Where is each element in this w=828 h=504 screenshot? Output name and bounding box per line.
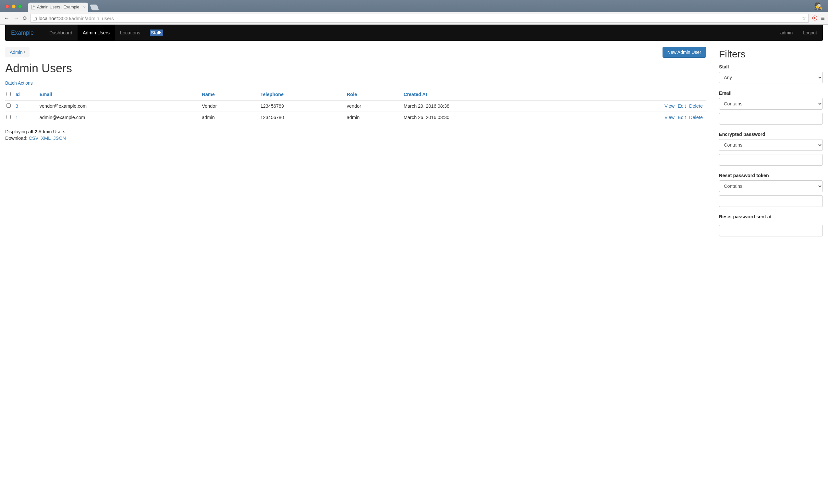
- nav-admin-users[interactable]: Admin Users: [78, 25, 115, 41]
- download-csv[interactable]: CSV: [29, 135, 39, 141]
- file-icon: [33, 16, 37, 20]
- col-role[interactable]: Role: [347, 89, 404, 100]
- browser-toolbar: ← → ⟳ localhost:3000/admin/admin_users ☆…: [0, 12, 828, 25]
- address-bar[interactable]: localhost:3000/admin/admin_users ☆: [31, 14, 809, 23]
- download-xml[interactable]: XML: [41, 135, 51, 141]
- row-edit[interactable]: Edit: [678, 103, 686, 109]
- window-close-icon[interactable]: [5, 5, 9, 8]
- filter-group: StallAny: [719, 64, 823, 83]
- col-checkbox: [5, 89, 15, 100]
- row-delete[interactable]: Delete: [689, 103, 703, 109]
- filter-select[interactable]: Contains: [719, 180, 823, 192]
- window-zoom-icon[interactable]: [18, 5, 22, 8]
- nav-logout[interactable]: Logout: [797, 30, 823, 35]
- filters-title: Filters: [719, 49, 823, 60]
- nav-locations[interactable]: Locations: [115, 25, 146, 41]
- row-name: admin: [202, 112, 260, 123]
- filter-label: Encrypted password: [719, 132, 823, 137]
- row-role: admin: [347, 112, 404, 123]
- nav-stalls-wrap[interactable]: Stalls: [146, 25, 168, 41]
- row-telephone: 123456789: [260, 100, 347, 112]
- brand-link[interactable]: Example: [5, 30, 44, 36]
- col-id[interactable]: Id: [15, 89, 40, 100]
- row-id-link[interactable]: 3: [15, 103, 18, 109]
- app-navbar: Example Dashboard Admin Users Locations …: [5, 25, 823, 41]
- filter-select[interactable]: Contains: [719, 139, 823, 151]
- filter-group: Encrypted passwordContains: [719, 132, 823, 166]
- reload-button[interactable]: ⟳: [23, 15, 27, 22]
- nav-dashboard[interactable]: Dashboard: [44, 25, 78, 41]
- col-actions: [562, 89, 706, 100]
- incognito-icon: 🕵: [814, 2, 823, 10]
- row-telephone: 123456780: [260, 112, 347, 123]
- window-minimize-icon[interactable]: [12, 5, 15, 8]
- select-all-checkbox[interactable]: [6, 92, 11, 96]
- admin-users-table: Id Email Name Telephone Role Created At …: [5, 89, 706, 123]
- row-edit[interactable]: Edit: [678, 115, 686, 120]
- row-checkbox[interactable]: [6, 103, 11, 108]
- row-created-at: March 26, 2016 03:30: [404, 112, 562, 123]
- breadcrumb: Admin /: [5, 47, 30, 57]
- row-created-at: March 29, 2016 08:38: [404, 100, 562, 112]
- filter-label: Reset password token: [719, 173, 823, 178]
- table-row: 1admin@example.comadmin123456780adminMar…: [5, 112, 706, 123]
- row-delete[interactable]: Delete: [689, 115, 703, 120]
- window-traffic-lights: [3, 2, 24, 12]
- filter-select[interactable]: Contains: [719, 98, 823, 110]
- back-button[interactable]: ←: [3, 15, 10, 22]
- table-row: 3vendor@example.comVendor123456789vendor…: [5, 100, 706, 112]
- results-summary: Displaying all 2 Admin Users: [5, 129, 706, 134]
- browser-titlebar: Admin Users | Example × 🕵: [0, 0, 828, 12]
- col-created[interactable]: Created At: [404, 89, 562, 100]
- nav-current-user[interactable]: admin: [776, 30, 797, 35]
- forward-button[interactable]: →: [13, 15, 19, 22]
- breadcrumb-admin[interactable]: Admin: [10, 50, 23, 55]
- bookmark-icon[interactable]: ☆: [801, 15, 806, 22]
- browser-tab-title: Admin Users | Example: [37, 5, 79, 9]
- filter-group: Reset password tokenContains: [719, 173, 823, 207]
- row-email: vendor@example.com: [40, 100, 202, 112]
- new-tab-button[interactable]: [90, 5, 99, 10]
- col-email[interactable]: Email: [40, 89, 202, 100]
- batch-actions-link[interactable]: Batch Actions: [5, 80, 33, 86]
- filter-group: EmailContains: [719, 90, 823, 125]
- url-text: localhost:3000/admin/admin_users: [39, 15, 114, 21]
- filter-input[interactable]: [719, 195, 823, 207]
- filter-select[interactable]: Any: [719, 72, 823, 83]
- file-icon: [31, 5, 35, 9]
- browser-chrome: Admin Users | Example × 🕵 ← → ⟳ localhos…: [0, 0, 828, 25]
- page-title: Admin Users: [5, 61, 706, 75]
- row-id-link[interactable]: 1: [15, 115, 18, 120]
- row-name: Vendor: [202, 100, 260, 112]
- filter-group: Reset password sent at: [719, 214, 823, 237]
- page: Example Dashboard Admin Users Locations …: [0, 25, 828, 257]
- download-links: Download: CSV XML JSON: [5, 135, 706, 141]
- tab-close-icon[interactable]: ×: [83, 5, 86, 9]
- filter-label: Email: [719, 90, 823, 96]
- col-name[interactable]: Name: [202, 89, 260, 100]
- row-view[interactable]: View: [664, 103, 674, 109]
- filter-label: Stall: [719, 64, 823, 70]
- filters-panel: Filters StallAnyEmailContainsEncrypted p…: [719, 47, 823, 244]
- filter-label: Reset password sent at: [719, 214, 823, 219]
- browser-menu-icon[interactable]: ≡: [821, 14, 825, 22]
- filter-input[interactable]: [719, 154, 823, 166]
- filter-input[interactable]: [719, 113, 823, 125]
- col-telephone[interactable]: Telephone: [260, 89, 347, 100]
- row-view[interactable]: View: [664, 115, 674, 120]
- browser-tab[interactable]: Admin Users | Example ×: [28, 3, 88, 12]
- row-email: admin@example.com: [40, 112, 202, 123]
- download-json[interactable]: JSON: [53, 135, 66, 141]
- row-role: vendor: [347, 100, 404, 112]
- filter-input[interactable]: [719, 225, 823, 237]
- new-admin-user-button[interactable]: New Admin User: [663, 47, 706, 58]
- ublock-icon[interactable]: ⦿: [812, 15, 818, 22]
- row-checkbox[interactable]: [6, 115, 11, 119]
- nav-stalls[interactable]: Stalls: [150, 30, 163, 36]
